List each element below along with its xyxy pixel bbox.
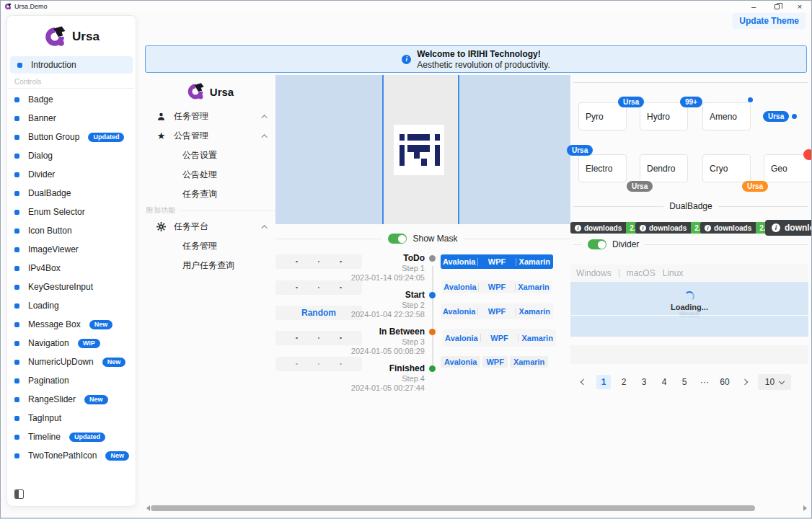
- scroll-left-arrow-icon[interactable]: [146, 505, 150, 511]
- dot-separator-icon: [296, 261, 298, 263]
- sidebar-item-button-group[interactable]: Button GroupUpdated: [7, 128, 136, 146]
- sidebar-item-ipv4box[interactable]: IPv4Box: [7, 259, 136, 278]
- menu-item-task-query[interactable]: 任务查询: [145, 185, 275, 204]
- update-theme-button[interactable]: Update Theme: [733, 13, 806, 29]
- bullet-icon: [14, 378, 19, 383]
- sidebar-item-dialog[interactable]: Dialog: [7, 146, 136, 165]
- page-size-select[interactable]: 10: [758, 374, 791, 390]
- bullet-icon: [14, 210, 19, 215]
- close-button[interactable]: ×: [788, 1, 811, 12]
- dot-separator-icon: [296, 287, 298, 289]
- sidebar-item-keygestureinput[interactable]: KeyGestureInput: [7, 278, 136, 296]
- button-wpf[interactable]: WPF: [482, 356, 507, 368]
- ursa-badge-standalone: Ursa: [763, 111, 789, 122]
- restore-button[interactable]: [765, 1, 788, 12]
- sidebar-item-numericupdown[interactable]: NumericUpDownNew: [7, 352, 136, 371]
- collapse-sidebar-icon[interactable]: [14, 489, 24, 499]
- button-wpf[interactable]: WPF: [478, 307, 515, 316]
- viewer-mask-left: [275, 75, 384, 224]
- sidebar-item-label: DualBadge: [28, 188, 71, 198]
- sidebar-item-taginput[interactable]: TagInput: [7, 409, 136, 427]
- chevron-up-icon: [261, 115, 267, 120]
- sidebar-item-enum-selector[interactable]: Enum Selector: [7, 203, 136, 221]
- chevron-up-icon: [261, 134, 267, 140]
- sidebar-item-banner[interactable]: Banner: [7, 109, 136, 128]
- sidebar-item-timeline[interactable]: TimelineUpdated: [7, 427, 136, 446]
- sidebar-item-dualbadge[interactable]: DualBadge: [7, 184, 136, 203]
- menu-item-task-management[interactable]: 任务管理: [145, 236, 275, 256]
- sidebar-item-message-box[interactable]: Message BoxNew: [7, 315, 136, 334]
- button-avalonia[interactable]: Avalonia: [443, 334, 480, 342]
- button-avalonia[interactable]: Avalonia: [441, 257, 477, 266]
- menu-group-task-management[interactable]: 任务管理: [145, 107, 275, 126]
- page-ellipsis[interactable]: ···: [697, 375, 712, 389]
- sidebar-item-navigation[interactable]: NavigationWIP: [7, 334, 136, 352]
- button-wpf[interactable]: WPF: [479, 283, 515, 291]
- button-group-segmented: Avalonia WPF Xamarin: [441, 355, 548, 368]
- page-next-button[interactable]: [738, 375, 752, 389]
- show-mask-toggle[interactable]: [388, 234, 407, 244]
- button-avalonia[interactable]: Avalonia: [442, 283, 478, 291]
- card-label: Ameno: [710, 112, 737, 122]
- button-avalonia[interactable]: Avalonia: [441, 356, 480, 368]
- divider-line: [573, 244, 582, 245]
- menu-item-announcement-handling[interactable]: 公告处理: [145, 165, 275, 185]
- sidebar-item-loading[interactable]: Loading: [7, 296, 136, 315]
- welcome-banner: i Welcome to IRIHI Technology! Aesthetic…: [145, 45, 807, 73]
- sidebar-item-introduction[interactable]: Introduction: [10, 56, 133, 74]
- button-xamarin[interactable]: Xamarin: [516, 283, 552, 291]
- menu-logo-text: Ursa: [210, 86, 234, 98]
- menu-item-user-task-query[interactable]: 用户任务查询: [145, 256, 275, 275]
- dual-badge-label: downloads: [785, 223, 812, 233]
- button-xamarin[interactable]: Xamarin: [518, 334, 556, 342]
- button-wpf[interactable]: WPF: [478, 257, 515, 266]
- page-button-5[interactable]: 5: [677, 375, 692, 389]
- button-avalonia[interactable]: Avalonia: [441, 307, 477, 316]
- sidebar-item-badge[interactable]: Badge: [7, 90, 136, 109]
- page-button-60[interactable]: 60: [718, 375, 732, 389]
- page-button-4[interactable]: 4: [657, 375, 671, 389]
- menu-group-announcement[interactable]: ★ 公告管理: [145, 126, 275, 146]
- bullet-icon: [14, 322, 19, 327]
- timeline-step-title: ToDo: [340, 253, 425, 264]
- loading-overlay: Loading... Stretch: [570, 282, 808, 337]
- dot-separator-icon: [296, 337, 298, 340]
- timeline-step-title: Start: [340, 290, 425, 301]
- divider-demo-row: Divider: [573, 239, 808, 249]
- scrollbar-thumb[interactable]: [151, 505, 755, 511]
- divider-toggle[interactable]: [588, 239, 606, 249]
- sidebar-item-twotonepathicon[interactable]: TwoTonePathIconNew: [7, 446, 136, 465]
- page-button-3[interactable]: 3: [637, 375, 651, 389]
- menu-group-label: 公告管理: [174, 130, 208, 142]
- button-xamarin[interactable]: Xamarin: [510, 356, 548, 368]
- sidebar-item-rangeslider[interactable]: RangeSliderNew: [7, 390, 136, 409]
- sidebar-item-imageviewer[interactable]: ImageViewer: [7, 240, 136, 259]
- menu-section-label: 附加功能: [145, 204, 275, 217]
- minimize-button[interactable]: –: [742, 1, 765, 12]
- ursa-logo-icon: [43, 25, 66, 48]
- banner-subtitle: Aesthetic revolution of productivity.: [417, 60, 550, 70]
- button-xamarin[interactable]: Xamarin: [516, 257, 553, 266]
- sidebar-item-divider[interactable]: Divider: [7, 165, 136, 184]
- card-label: Cryo: [710, 164, 728, 174]
- page-prev-button[interactable]: [576, 375, 591, 389]
- divider-toggle-label: Divider: [612, 239, 639, 249]
- red-dot-badge: [803, 149, 812, 160]
- button-wpf[interactable]: WPF: [481, 334, 518, 342]
- timeline-step: ToDo Step 1 2023-01-14 09:24:05: [340, 253, 425, 283]
- button-xamarin[interactable]: Xamarin: [516, 307, 553, 316]
- bullet-icon: [14, 172, 19, 177]
- page-button-2[interactable]: 2: [617, 375, 631, 389]
- bullet-icon: [14, 435, 19, 440]
- scroll-right-arrow-icon[interactable]: [803, 505, 807, 511]
- sidebar-item-label: Divider: [28, 169, 55, 179]
- separator: [619, 269, 619, 278]
- sidebar-item-icon-button[interactable]: Icon Button: [7, 221, 136, 240]
- divider-line: [573, 206, 663, 207]
- image-viewer[interactable]: [275, 75, 570, 224]
- sidebar-item-pagination[interactable]: Pagination: [7, 371, 136, 390]
- page-button-1[interactable]: 1: [596, 375, 611, 389]
- sidebar-item-label: KeyGestureInput: [28, 282, 93, 292]
- menu-item-announcement-settings[interactable]: 公告设置: [145, 146, 275, 165]
- menu-group-task-platform[interactable]: 任务平台: [145, 217, 275, 236]
